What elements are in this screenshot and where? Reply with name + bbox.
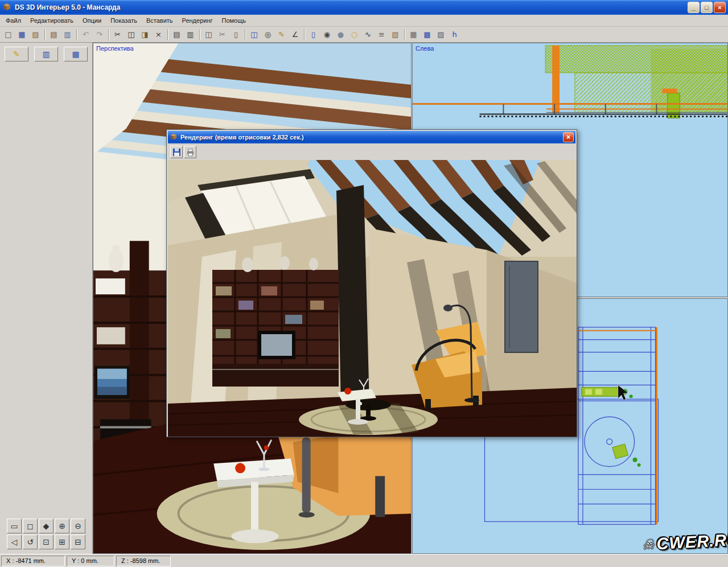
texture-icon[interactable]: ▨ [434, 28, 447, 41]
rotate-view-button[interactable]: ↺ [23, 535, 38, 549]
statusbar: X : -8471 mm. Y : 0 mm. Z : -8598 mm. [0, 554, 728, 567]
zoom-tool-palette: ▭ ◻ ◆ ⊕ ⊖ ◁ ↺ ⊡ ⊞ ⊟ [7, 519, 88, 549]
redo-icon[interactable]: ↷ [93, 28, 106, 41]
zoom-window-button[interactable]: ▭ [7, 519, 22, 533]
skull-icon: ☠ [641, 536, 655, 553]
zoom-object-button[interactable]: ⊡ [39, 535, 54, 549]
rendered-image-container [168, 160, 577, 437]
print-icon[interactable]: ▤ [170, 28, 183, 41]
cut-icon[interactable]: ✂ [111, 28, 124, 41]
lamp-icon[interactable]: ○ [348, 28, 361, 41]
zoom-all-button[interactable]: ⊟ [71, 535, 85, 549]
open-icon[interactable]: ▨ [29, 28, 42, 41]
toolbar-separator [108, 29, 109, 40]
stairs-icon[interactable]: ≡ [375, 28, 388, 41]
print-render-icon[interactable] [184, 146, 196, 158]
camera-icon[interactable]: ◎ [261, 28, 274, 41]
copy-icon[interactable]: ◫ [125, 28, 138, 41]
crop-icon[interactable]: ✂ [216, 28, 229, 41]
left-panel: ✎ ▥ ▦ ▭ ◻ ◆ ⊕ ⊖ ◁ ↺ ⊡ ⊞ ⊟ [0, 43, 93, 554]
menu-edit[interactable]: Редактировать [26, 15, 78, 26]
split-view-icon[interactable]: ◫ [248, 28, 261, 41]
menubar: Файл Редактировать Опции Показать Встави… [0, 15, 728, 27]
plan-tool-button[interactable]: ▦ [64, 47, 88, 61]
perspective-viewport-label: Перспектива [96, 45, 134, 52]
export-image-icon[interactable]: ▥ [61, 28, 74, 41]
main-toolbar: □ ▦ ▨ ▤ ▥ ↶ ↷ ✂ ◫ ◨ × ▤ ▥ ◫ ✂ ▯ ◫ ◎ ✎ ∠ … [0, 27, 728, 43]
toolbar-separator [199, 29, 200, 40]
maximize-button[interactable]: □ [701, 2, 713, 13]
import-object-icon[interactable]: ▤ [47, 28, 60, 41]
render-dialog: Рендеринг (время отрисовки 2,832 сек.) × [166, 129, 577, 437]
save-icon[interactable]: ▦ [15, 28, 28, 41]
status-x-coordinate: X : -8471 mm. [1, 556, 65, 566]
previous-view-button[interactable]: ◁ [7, 535, 22, 549]
zoom-select-button[interactable]: ◻ [23, 519, 38, 533]
render-dialog-toolbar [168, 145, 575, 159]
menu-options[interactable]: Опции [78, 15, 106, 26]
delete-icon[interactable]: × [152, 28, 165, 41]
minimize-button[interactable]: _ [688, 2, 700, 13]
watermark-text: CWER.RU [656, 531, 728, 554]
cutter-tool-button[interactable]: ✎ [5, 47, 28, 61]
render-dialog-titlebar[interactable]: Рендеринг (время отрисовки 2,832 сек.) × [168, 131, 575, 143]
app-icon [2, 2, 11, 13]
new-document-icon[interactable]: □ [2, 28, 15, 41]
menu-file[interactable]: Файл [1, 15, 26, 26]
titlebar: DS 3D Интерьер 5.0 - Мансарда _ □ × [0, 0, 728, 15]
window-title: DS 3D Интерьер 5.0 - Мансарда [15, 3, 686, 11]
grid-3d-icon[interactable]: ▩ [421, 28, 434, 41]
material-sphere-icon[interactable]: ● [334, 28, 347, 41]
panel-icon[interactable]: ▯ [307, 28, 320, 41]
toolbar-separator [167, 29, 168, 40]
grid-icon[interactable]: ▦ [407, 28, 420, 41]
pan-button[interactable]: ◆ [39, 519, 54, 533]
close-button[interactable]: × [714, 2, 726, 13]
menu-help[interactable]: Помощь [217, 15, 251, 26]
zoom-extents-button[interactable]: ⊞ [55, 535, 69, 549]
paste-icon[interactable]: ◨ [138, 28, 151, 41]
toolbar-separator [404, 29, 405, 40]
application-window: DS 3D Интерьер 5.0 - Мансарда _ □ × Файл… [0, 0, 728, 567]
status-y-coordinate: Y : 0 mm. [67, 556, 114, 566]
toolbar-separator [44, 29, 46, 40]
side-tools: ✎ ▥ ▦ [5, 47, 88, 61]
menu-render[interactable]: Рендеринг [178, 15, 217, 26]
elevation-tool-button[interactable]: ▥ [34, 47, 58, 61]
draw-icon[interactable]: ✎ [275, 28, 288, 41]
rendered-image [168, 160, 577, 437]
render-dialog-icon [170, 133, 178, 142]
duplicate-icon[interactable]: ◫ [202, 28, 215, 41]
snapshot-icon[interactable]: ◉ [320, 28, 334, 41]
zoom-out-button[interactable]: ⊖ [71, 519, 85, 533]
toolbar-separator [304, 29, 305, 40]
render-dialog-close-button[interactable]: × [563, 132, 574, 142]
toolbar-separator [245, 29, 246, 40]
print-preview-icon[interactable]: ▥ [184, 28, 197, 41]
clipboard-icon[interactable]: ▧ [389, 28, 402, 41]
menu-insert[interactable]: Вставить [142, 15, 178, 26]
undo-icon[interactable]: ↶ [79, 28, 92, 41]
measure-icon[interactable]: ∠ [289, 28, 302, 41]
status-z-coordinate: Z : -8598 mm. [116, 556, 171, 566]
zoom-in-button[interactable]: ⊕ [55, 519, 69, 533]
save-render-icon[interactable] [170, 146, 183, 158]
text-tool-icon[interactable]: h [448, 28, 461, 41]
render-dialog-title: Рендеринг (время отрисовки 2,832 сек.) [180, 134, 563, 141]
left-view-viewport-label: Слева [416, 45, 434, 52]
toolbar-separator [76, 29, 77, 40]
spline-icon[interactable]: ∿ [361, 28, 375, 41]
menu-show[interactable]: Показать [106, 15, 142, 26]
page-setup-icon[interactable]: ▯ [229, 28, 242, 41]
